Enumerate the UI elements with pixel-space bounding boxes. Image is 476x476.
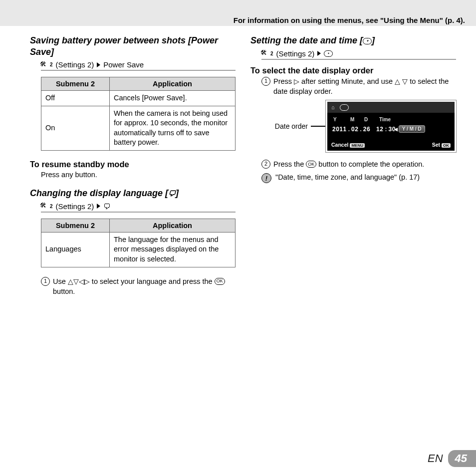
th-application: Application (110, 219, 236, 232)
breadcrumb-datetime: 2 (Settings 2) (261, 49, 456, 60)
step-number-2: 2 (261, 160, 270, 169)
clock-icon (363, 38, 372, 44)
lang-title-a: Changing the display language [ (30, 188, 168, 198)
dt-step-2: 2 Press the OK button to complete the op… (261, 159, 456, 169)
th-submenu: Submenu 2 (41, 219, 110, 232)
home-icon: ⌂ (331, 104, 335, 110)
date-order-heading: To select the date display order (250, 66, 456, 75)
dt-step-1: 1 Press ▷ after setting Minute, and use … (261, 76, 456, 97)
menu-badge: MENU (350, 143, 365, 148)
wrench-icon (41, 203, 48, 209)
wrench-icon (261, 50, 268, 56)
lang-title-b: ] (176, 188, 179, 198)
cell-off-desc: Cancels [Power Save]. (110, 91, 236, 106)
txt: Press (273, 77, 294, 85)
speech-bubble-icon: 🗩 (168, 189, 176, 198)
arrow-down-icon: ▽ (73, 277, 79, 285)
wrench-icon (41, 62, 48, 68)
triangle-right-icon (97, 204, 100, 209)
section-title-power-save: Saving battery power between shots [Powe… (30, 35, 236, 57)
cell-on-desc: When the camera is not being used for ap… (110, 106, 236, 150)
crumb-leaf: Power Save (103, 60, 144, 69)
lcd-tabbar: ⌂ (327, 102, 455, 113)
callout-line (311, 126, 326, 127)
cross-ref-note: ! "Date, time, time zone, and language" … (261, 173, 456, 183)
arrow-right-icon: ▷ (84, 277, 90, 285)
page: For information on using the menus, see … (0, 0, 476, 476)
lcd-column-heads: Y M D Time (327, 113, 455, 123)
left-column: Saving battery power between shots [Powe… (30, 35, 236, 300)
right-column: Setting the date and time [] 2 (Settings… (250, 35, 456, 300)
wrench-sub-2: 2 (50, 62, 53, 67)
lcd-hour: 12 (376, 126, 383, 133)
resume-body: Press any button. (41, 170, 236, 180)
resume-heading: To resume standby mode (30, 160, 236, 169)
txt: button to complete the operation. (316, 160, 424, 168)
cell-off: Off (41, 91, 110, 106)
crumb-group: (Settings 2) (56, 202, 94, 211)
dt-title-a: Setting the date and time [ (250, 35, 363, 45)
speech-bubble-icon: 🗩 (103, 202, 111, 211)
ok-badge: OK (442, 143, 451, 148)
cell-lang: Languages (41, 232, 110, 267)
txt: button. (53, 287, 75, 295)
exclamation-icon: ! (261, 173, 271, 183)
wrench-sub-2: 2 (50, 204, 53, 209)
table-row: On When the camera is not being used for… (41, 106, 236, 150)
cell-on: On (41, 106, 110, 150)
clock-icon (340, 104, 349, 111)
triangle-right-icon (317, 51, 321, 56)
dt-title-b: ] (372, 35, 375, 45)
footer-page-number: 45 (448, 450, 476, 467)
footer-lang: EN (428, 452, 443, 465)
ok-button-icon: OK (215, 278, 225, 285)
crumb-group: (Settings 2) (56, 60, 94, 69)
step-number-1: 1 (41, 277, 50, 286)
lcd-head-d: D (364, 117, 379, 122)
cell-lang-desc: The language for the menus and error mes… (110, 232, 236, 267)
txt: Use (53, 277, 68, 285)
lcd-figure: Date order ⌂ Y M D Time 2011. (250, 100, 456, 152)
camera-lcd: ⌂ Y M D Time 2011. 02. 26 12: (326, 100, 456, 152)
arrow-right-icon: ▷ (294, 77, 299, 85)
lang-step-1: 1 Use △▽◁▷ to select your language and p… (41, 276, 236, 297)
arrow-up-icon: △ (395, 77, 400, 85)
header-note: For information on using the menus, see … (234, 16, 465, 24)
crumb-group: (Settings 2) (276, 49, 315, 58)
th-submenu: Submenu 2 (41, 77, 110, 91)
wrench-sub-2: 2 (270, 51, 273, 56)
note-text: "Date, time, time zone, and language" (p… (275, 173, 420, 181)
table-row: Off Cancels [Power Save]. (41, 91, 236, 106)
arrow-left-icon: ◁ (79, 277, 84, 285)
lcd-head-y: Y (333, 117, 350, 122)
content-columns: Saving battery power between shots [Powe… (30, 35, 456, 300)
txt: to select your language and press the (90, 277, 215, 285)
page-footer: EN 45 (428, 450, 476, 467)
lcd-head-time: Time (379, 117, 402, 122)
lcd-year: 2011 (332, 126, 347, 133)
triangle-right-icon (97, 62, 100, 67)
power-save-table: Submenu 2 Application Off Cancels [Power… (41, 77, 236, 151)
lcd-month: 02 (351, 126, 358, 133)
section-title-language: Changing the display language [🗩] (30, 188, 236, 199)
lcd-footer: CancelMENU SetOK (327, 135, 455, 151)
lcd-set-label: Set (432, 142, 440, 148)
clock-icon (324, 50, 333, 57)
lcd-callout-label: Date order (275, 122, 308, 130)
table-row: Languages The language for the menus and… (41, 232, 236, 267)
ok-button-icon: OK (306, 161, 316, 168)
breadcrumb-power-save: 2 (Settings 2) Power Save (41, 60, 236, 71)
lcd-head-m: M (350, 117, 364, 122)
lcd-date-order-field: Y / M / D (399, 125, 425, 133)
step-number-1: 1 (261, 77, 270, 86)
breadcrumb-language: 2 (Settings 2) 🗩 (41, 202, 236, 213)
txt: Press the (273, 160, 306, 168)
lcd-cancel-label: Cancel (331, 142, 348, 148)
arrow-down-icon: ▽ (402, 77, 408, 85)
section-title-datetime: Setting the date and time [] (250, 35, 456, 46)
header-bar: For information on using the menus, see … (0, 0, 476, 26)
arrow-up-icon: △ (68, 277, 73, 285)
language-table: Submenu 2 Application Languages The lang… (41, 219, 236, 267)
lcd-day: 26 (363, 126, 370, 133)
txt: after setting Minute, and use (299, 77, 395, 85)
